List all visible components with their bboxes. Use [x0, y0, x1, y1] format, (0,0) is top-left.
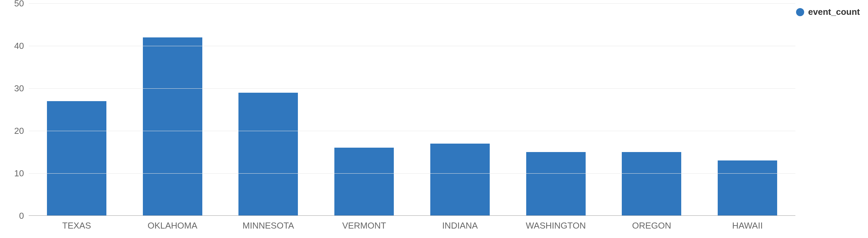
bar-slot: OREGON [604, 3, 700, 216]
x-tick-label: WASHINGTON [526, 216, 586, 231]
bar [526, 152, 586, 216]
bar [47, 101, 106, 216]
bar [718, 160, 777, 216]
plot-area: TEXASOKLAHOMAMINNESOTAVERMONTINDIANAWASH… [29, 3, 795, 216]
bar-slot: TEXAS [29, 3, 125, 216]
bar [622, 152, 681, 216]
bar-slot: WASHINGTON [508, 3, 604, 216]
grid-line [29, 46, 795, 46]
bar [143, 37, 202, 216]
bar [334, 148, 394, 216]
bar-slot: OKLAHOMA [125, 3, 221, 216]
y-tick-label: 10 [14, 168, 29, 179]
bar-slot: INDIANA [412, 3, 508, 216]
x-tick-label: OREGON [632, 216, 671, 231]
legend: event_count [796, 7, 860, 17]
x-tick-label: MINNESOTA [242, 216, 294, 231]
bar [430, 144, 490, 216]
y-tick-label: 50 [14, 0, 29, 9]
bar-slot: MINNESOTA [221, 3, 316, 216]
grid-line [29, 173, 795, 174]
bar [238, 93, 298, 216]
x-tick-label: OKLAHOMA [148, 216, 197, 231]
grid-line [29, 131, 795, 131]
chart-container: TEXASOKLAHOMAMINNESOTAVERMONTINDIANAWASH… [0, 0, 868, 238]
x-tick-label: INDIANA [442, 216, 478, 231]
y-tick-label: 30 [14, 83, 29, 94]
grid-line [29, 88, 795, 89]
grid-line [29, 3, 795, 4]
y-tick-label: 40 [14, 41, 29, 51]
legend-label: event_count [808, 7, 860, 17]
y-tick-label: 0 [19, 211, 29, 221]
x-tick-label: TEXAS [62, 216, 91, 231]
bars-layer: TEXASOKLAHOMAMINNESOTAVERMONTINDIANAWASH… [29, 3, 795, 216]
bar-slot: VERMONT [316, 3, 412, 216]
y-tick-label: 20 [14, 126, 29, 136]
bar-slot: HAWAII [699, 3, 795, 216]
x-axis-line [29, 215, 795, 216]
x-tick-label: HAWAII [732, 216, 763, 231]
legend-swatch-event-count [796, 8, 804, 16]
x-tick-label: VERMONT [342, 216, 386, 231]
